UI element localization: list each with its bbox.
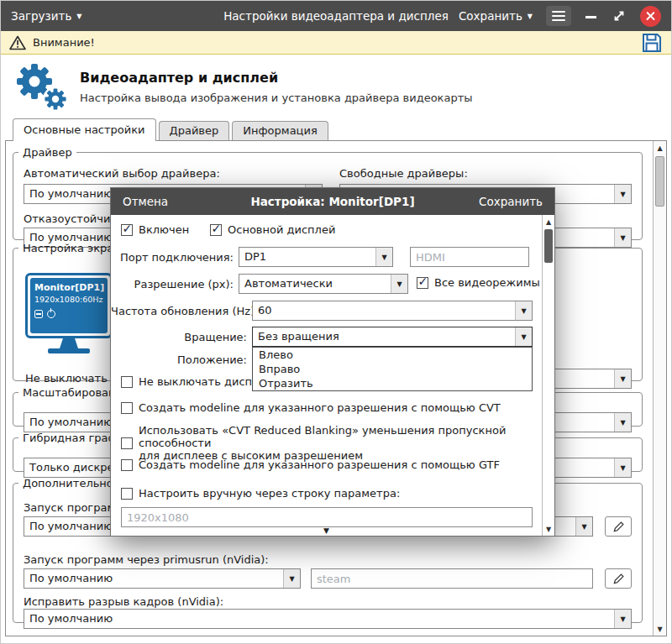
refresh-rate-label: Частота обновления (Hz): — [111, 305, 247, 317]
scroll-down-arrow[interactable]: ▼ — [543, 522, 554, 536]
tab-info[interactable]: Информация — [232, 121, 328, 140]
pencil-icon — [612, 521, 625, 533]
hamburger-menu-icon[interactable] — [546, 6, 571, 26]
port-name-input[interactable] — [410, 247, 529, 267]
checkbox-box[interactable] — [121, 376, 133, 388]
rotation-option-mirror[interactable]: Отразить — [253, 376, 532, 390]
tearing-fix-value: По умолчанию — [24, 610, 614, 628]
warning-icon — [9, 35, 26, 50]
scrollbar-thumb[interactable] — [544, 229, 553, 263]
chevron-down-icon: ▼ — [575, 517, 592, 536]
checkbox-box[interactable] — [121, 224, 133, 236]
checkbox-box[interactable] — [417, 277, 428, 289]
dialog-scrollbar[interactable]: ▲ ▼ — [542, 215, 554, 536]
page-subtitle: Настройка вывода изображения и установка… — [80, 92, 473, 104]
all-modes-checkbox[interactable]: Все видеорежимы — [417, 276, 540, 289]
primusrun-label: Запуск программ через primusrun (nVidia)… — [24, 553, 269, 566]
checkbox-box[interactable] — [121, 488, 133, 500]
rotation-label: Вращение: — [111, 331, 247, 343]
enabled-label: Включен — [139, 223, 189, 236]
tab-driver[interactable]: Драйвер — [159, 121, 230, 140]
chevron-down-icon: ▼ — [515, 301, 532, 320]
monitor-screen: Monitor[DP1] 1920x1080:60Hz — [30, 278, 108, 333]
primusrun-app-input[interactable] — [311, 568, 593, 589]
checkbox-box[interactable] — [121, 459, 133, 471]
tearing-fix-label: Исправить разрыв кадров (nVidia): — [24, 595, 223, 608]
monitor-name: Monitor[DP1] — [34, 282, 103, 293]
monitor-mode: 1920x1080:60Hz — [34, 295, 103, 304]
cvt-modeline-checkbox[interactable]: Создать modeline для указанного разрешен… — [121, 401, 501, 414]
monitor-stand — [60, 338, 78, 348]
titlebar: Загрузить ▼ Настройки видеоадаптера и ди… — [1, 1, 671, 31]
chevron-down-icon: ▼ — [515, 327, 532, 346]
minimize-button[interactable] — [585, 6, 598, 26]
primusrun-value: По умолчанию — [24, 569, 283, 588]
gears-icon — [13, 60, 68, 113]
free-drivers-label: Свободные драйверы: — [339, 167, 468, 180]
refresh-rate-select[interactable]: 60 ▼ — [252, 301, 533, 321]
scrollbar-thumb[interactable] — [655, 156, 664, 207]
chevron-down-icon: ▼ — [76, 12, 81, 20]
scroll-down-indicator: ▼ — [111, 526, 542, 535]
port-select[interactable]: DP1 ▼ — [239, 247, 393, 267]
cvt-rb-line1: Использовать «CVT Reduced Blanking» умен… — [139, 424, 554, 449]
keep-display-on-checkbox[interactable]: Не выключать дисплей — [121, 375, 273, 388]
enabled-checkbox[interactable]: Включен — [121, 223, 189, 236]
checkbox-box[interactable] — [121, 402, 133, 414]
monitor-bezel: Monitor[DP1] 1920x1080:60Hz — [25, 273, 113, 338]
load-button[interactable]: Загрузить ▼ — [11, 9, 82, 23]
resolution-label: Разрешение (px): — [111, 278, 234, 291]
resolution-select[interactable]: Автоматически ▼ — [239, 274, 408, 294]
resolution-value: Автоматически — [239, 275, 391, 293]
rotation-value: Без вращения — [253, 327, 515, 346]
disable-display-icon[interactable] — [34, 310, 43, 318]
primusrun-select[interactable]: По умолчанию ▼ — [24, 568, 301, 589]
cvt-modeline-label: Создать modeline для указанного разрешен… — [139, 401, 501, 414]
dialog-body: Включен Основной дисплей Порт подключени… — [111, 215, 554, 536]
gtf-modeline-checkbox[interactable]: Создать modeline для указанного разрешен… — [121, 458, 500, 471]
dialog-save-button[interactable]: Сохранить — [479, 195, 543, 208]
chevron-down-icon: ▼ — [614, 369, 631, 388]
expand-button[interactable] — [612, 8, 627, 24]
optirun-edit-button[interactable] — [605, 516, 632, 537]
chevron-down-icon: ▼ — [391, 275, 407, 293]
monitor-preview[interactable]: Monitor[DP1] 1920x1080:60Hz — [25, 273, 113, 353]
scroll-up-arrow[interactable]: ▲ — [654, 141, 666, 154]
cvt-reduced-blanking-checkbox[interactable]: Использовать «CVT Reduced Blanking» умен… — [121, 424, 554, 462]
close-button[interactable] — [640, 6, 661, 27]
manual-mode-label: Настроить вручную через строку параметра… — [139, 487, 400, 500]
primary-display-label: Основной дисплей — [228, 223, 335, 236]
manual-mode-input[interactable] — [121, 507, 533, 527]
floppy-disk-icon — [641, 32, 663, 54]
rotation-select[interactable]: Без вращения ▼ — [252, 327, 533, 347]
port-label: Порт подключения: — [111, 251, 234, 264]
cvt-reduced-blanking-label: Использовать «CVT Reduced Blanking» умен… — [139, 424, 554, 462]
chevron-down-icon: ▼ — [614, 185, 631, 203]
save-to-file-button[interactable] — [641, 32, 663, 54]
scroll-up-arrow[interactable]: ▲ — [543, 215, 554, 228]
rotation-option-right[interactable]: Вправо — [253, 362, 532, 376]
tearing-fix-select[interactable]: По умолчанию ▼ — [24, 609, 632, 629]
warning-bar: Внимание! — [1, 31, 671, 55]
dialog-header: Отмена Настройка: Monitor[DP1] Сохранить — [111, 188, 554, 215]
auto-driver-label: Автоматический выбор драйвера: — [24, 167, 220, 180]
port-value: DP1 — [239, 248, 375, 266]
rotation-option-left[interactable]: Влево — [253, 348, 532, 362]
tab-main-settings[interactable]: Основные настройки — [13, 118, 156, 141]
checkbox-box[interactable] — [210, 224, 222, 236]
refresh-rate-value: 60 — [253, 301, 515, 320]
application-window: Загрузить ▼ Настройки видеоадаптера и ди… — [0, 0, 672, 644]
primary-display-checkbox[interactable]: Основной дисплей — [210, 223, 335, 236]
position-label: Положение: — [111, 353, 247, 366]
main-scrollbar[interactable]: ▲ ▼ — [653, 141, 666, 636]
checkbox-box[interactable] — [121, 437, 133, 449]
extra-group-legend: Дополнительно — [18, 477, 118, 490]
primusrun-edit-button[interactable] — [605, 568, 632, 589]
dialog-cancel-button[interactable]: Отмена — [123, 195, 168, 208]
manual-mode-checkbox[interactable]: Настроить вручную через строку параметра… — [121, 487, 400, 500]
save-button[interactable]: Сохранить ▼ — [459, 9, 533, 23]
gtf-modeline-label: Создать modeline для указанного разрешен… — [139, 458, 500, 471]
save-button-label: Сохранить — [459, 9, 522, 23]
scroll-down-arrow[interactable]: ▼ — [654, 622, 666, 636]
power-icon[interactable] — [47, 310, 55, 318]
